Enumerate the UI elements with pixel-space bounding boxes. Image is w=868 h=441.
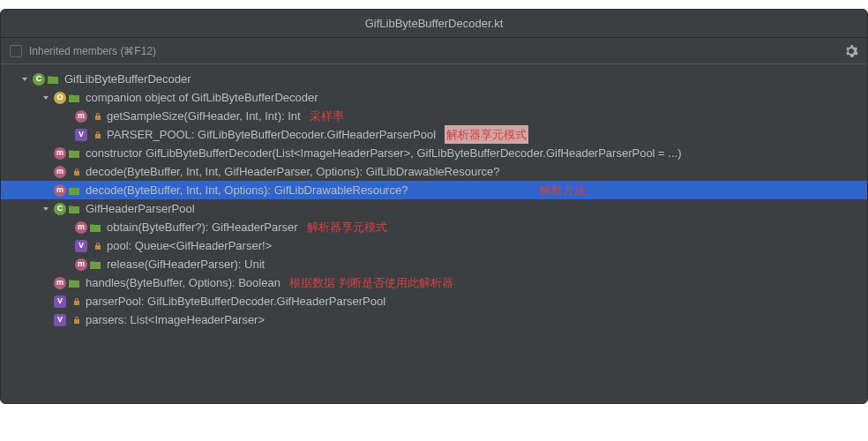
method-badge-icon: m [54,147,66,160]
tree-row[interactable]: CGifHeaderParserPool [1,199,867,218]
member-signature: GifHeaderParserPool [86,199,195,218]
expand-chevron-icon [41,279,50,288]
property-badge-icon: V [75,129,87,141]
annotation: 采样率 [310,107,344,125]
folder-icon [68,277,80,289]
annotation: 解析器享元模式 [445,125,528,144]
method-badge-icon: m [54,277,66,289]
member-signature: getSampleSize(GifHeader, Int, Int): Int [107,107,301,125]
title-bar: GifLibByteBufferDecoder.kt [1,10,867,38]
tree-row[interactable]: CGifLibByteBufferDecoder [1,70,867,88]
expand-chevron-icon [41,149,50,158]
expand-chevron-icon [41,297,50,306]
annotation: 解析方法 [540,181,586,199]
property-badge-icon: V [54,314,66,326]
expand-chevron-icon[interactable] [20,75,29,84]
tree-row[interactable]: VPARSER_POOL: GifLibByteBufferDecoder.Gi… [1,125,867,144]
lock-icon [73,297,80,306]
lock-icon [73,316,80,325]
tree-row[interactable]: mgetSampleSize(GifHeader, Int, Int): Int… [1,107,867,125]
structure-window: GifLibByteBufferDecoder.kt Inherited mem… [0,9,868,404]
lock-icon [73,168,80,176]
member-signature: decode(ByteBuffer, Int, Int, GifHeaderPa… [86,162,499,181]
member-signature: PARSER_POOL: GifLibByteBufferDecoder.Gif… [107,125,436,144]
tree-row[interactable]: Vpool: Queue<GifHeaderParser!> [1,236,867,255]
method-badge-icon: m [54,166,66,178]
member-signature: constructor GifLibByteBufferDecoder(List… [86,144,682,162]
annotation: 解析器享元模式 [307,218,387,236]
window-title: GifLibByteBufferDecoder.kt [365,17,504,30]
folder-icon [89,221,101,234]
member-signature: decode(ByteBuffer, Int, Int, Options): G… [86,181,408,199]
inherited-checkbox[interactable] [10,45,22,57]
member-signature: handles(ByteBuffer, Options): Boolean [86,273,281,292]
folder-icon [68,184,80,197]
class-badge-icon: C [54,203,66,215]
lock-icon [94,112,101,121]
member-signature: pool: Queue<GifHeaderParser!> [107,236,272,255]
property-badge-icon: V [75,240,87,252]
tree-row[interactable]: Vparsers: List<ImageHeaderParser> [1,310,867,329]
expand-chevron-icon [41,186,50,195]
member-signature: release(GifHeaderParser): Unit [107,255,265,273]
class-badge-icon: C [33,73,45,86]
folder-icon [47,73,59,86]
folder-icon [68,203,80,215]
expand-chevron-icon [41,316,50,325]
folder-icon [68,92,80,104]
expand-chevron-icon [63,112,71,121]
gear-icon[interactable] [844,44,858,58]
lock-icon [94,131,101,139]
method-badge-icon: m [54,184,66,197]
expand-chevron-icon [63,223,71,232]
method-badge-icon: m [75,221,87,234]
tree-row[interactable]: VparserPool: GifLibByteBufferDecoder.Gif… [1,292,867,310]
tree-row[interactable]: Ocompanion object of GifLibByteBufferDec… [1,88,867,107]
lock-icon [94,242,101,250]
tree-row[interactable]: mdecode(ByteBuffer, Int, Int, GifHeaderP… [1,162,867,181]
inherited-label: Inherited members (⌘F12) [29,45,156,57]
tree-row[interactable]: mrelease(GifHeaderParser): Unit [1,255,867,273]
expand-chevron-icon [63,242,71,250]
folder-icon [89,258,101,271]
member-signature: companion object of GifLibByteBufferDeco… [86,88,318,107]
member-signature: obtain(ByteBuffer?): GifHeaderParser [107,218,298,236]
object-badge-icon: O [54,92,66,104]
expand-chevron-icon[interactable] [41,205,50,213]
method-badge-icon: m [75,110,87,123]
annotation: 根据数据 判断是否使用此解析器 [289,273,453,292]
tree-row[interactable]: mobtain(ByteBuffer?): GifHeaderParser解析器… [1,218,867,236]
expand-chevron-icon [41,168,50,176]
expand-chevron-icon [63,260,71,269]
member-signature: parsers: List<ImageHeaderParser> [86,310,265,329]
tree-row[interactable]: mconstructor GifLibByteBufferDecoder(Lis… [1,144,867,162]
member-signature: parserPool: GifLibByteBufferDecoder.GifH… [86,292,385,310]
tree-row[interactable]: mdecode(ByteBuffer, Int, Int, Options): … [1,181,867,199]
folder-icon [68,147,80,160]
member-signature: GifLibByteBufferDecoder [64,70,191,88]
method-badge-icon: m [75,258,87,271]
property-badge-icon: V [54,295,66,308]
toolbar: Inherited members (⌘F12) [1,38,867,64]
tree-row[interactable]: mhandles(ByteBuffer, Options): Boolean根据… [1,273,867,292]
expand-chevron-icon [63,131,71,139]
expand-chevron-icon[interactable] [41,93,50,102]
structure-tree[interactable]: CGifLibByteBufferDecoderOcompanion objec… [1,64,867,334]
